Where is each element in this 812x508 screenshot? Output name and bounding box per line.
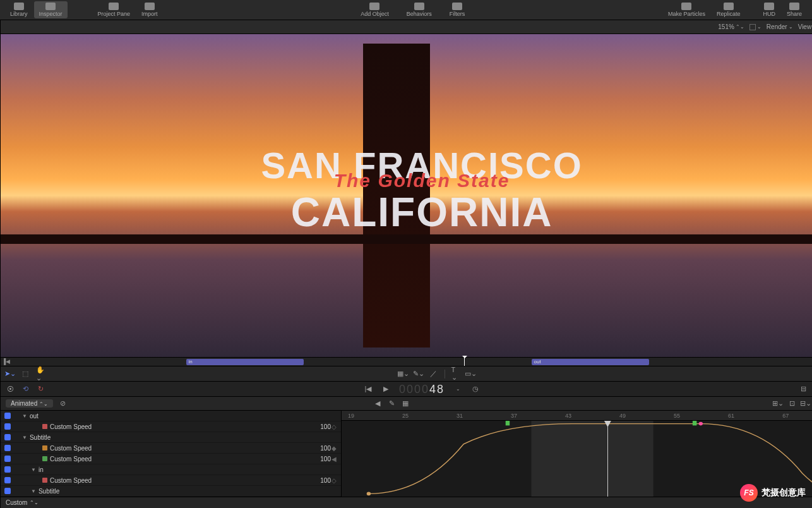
auto-icon[interactable]: ⊡ (787, 399, 796, 408)
timecode-dropdown-icon[interactable]: ⌄ (453, 385, 462, 394)
timeline-row[interactable]: Custom Speed100◀ (1, 454, 341, 464)
playhead[interactable] (607, 421, 608, 497)
clock-icon[interactable]: ◷ (471, 385, 480, 394)
transport-bar: ⦿ ⟲ ↻ |◀ ▶ 000048 ⌄ ◷ ⊟ 🔊 ≡ (1, 381, 812, 396)
timeline-ruler[interactable]: 19253137434955616773 (342, 411, 812, 421)
hand-tool-icon[interactable]: ✋⌄ (36, 370, 45, 378)
svg-rect-4 (693, 421, 696, 425)
svg-point-1 (367, 492, 371, 496)
snap-icon[interactable]: ▦ (401, 399, 410, 408)
replicate-button[interactable]: Replicate (712, 1, 746, 18)
main-toolbar: LibraryInspector Project PaneImport Add … (0, 0, 812, 20)
inspector-button[interactable]: Inspector (34, 1, 68, 18)
canvas-text-2: The Golden State (1, 170, 812, 191)
arrow-tool-icon[interactable]: ➤⌄ (6, 370, 15, 378)
behaviors-button[interactable]: Behaviors (402, 1, 437, 18)
timeline-row[interactable]: Custom Speed100◆ (1, 443, 341, 454)
timecode[interactable]: 000048 (399, 382, 445, 396)
timeline: Animated ⌃⌄ ⊘ ◀ ✎ ▦ ⊞⌄ ⊡ ⊟⌄ 📷 ▶ ▼outCust… (1, 396, 812, 508)
marker-icon[interactable]: ⊟ (799, 385, 808, 394)
canvas-tool-row: ➤⌄ ⬚ ✋⌄ ▦⌄ ✎⌄ ／ T ⌄ ▭⌄ ⛶ (1, 366, 812, 381)
mini-segment-in[interactable]: in (186, 359, 304, 365)
crop-tool-icon[interactable]: ⬚ (21, 370, 30, 378)
timeline-row[interactable]: Custom Speed100◇ (1, 475, 341, 486)
text-tool-icon[interactable]: T ⌄ (451, 370, 460, 378)
mini-segment-out[interactable]: out (532, 359, 650, 365)
library-button[interactable]: Library (5, 1, 33, 18)
viewer-bar: 151%⌃⌄ ⌄ Render⌄ View⌄ ⌄ (1, 20, 812, 34)
svg-rect-0 (531, 421, 653, 497)
fit-icon[interactable]: ⊞⌄ (773, 399, 782, 408)
add-object-button[interactable]: Add Object (355, 1, 394, 18)
view-dropdown[interactable]: View⌄ (798, 23, 812, 30)
timeline-row[interactable]: ▼in (1, 464, 341, 475)
loop-icon[interactable]: ↻ (36, 385, 45, 394)
timeline-footer: Custom⌃⌄ (1, 497, 812, 508)
timeline-row[interactable]: ▼out (1, 411, 341, 421)
record-icon[interactable]: ⦿ (6, 385, 15, 394)
zoom-dropdown[interactable]: 151%⌃⌄ (718, 23, 744, 30)
project-pane-button[interactable]: Project Pane (93, 1, 136, 18)
edit-icon[interactable]: ✎ (387, 399, 396, 408)
mini-playhead[interactable] (464, 358, 465, 366)
pen-icon[interactable]: ✎⌄ (414, 370, 423, 378)
kf-prev-icon[interactable]: ◀ (373, 399, 382, 408)
watermark: FS 梵摄创意库 (740, 484, 806, 502)
prev-frame-icon[interactable]: |◀ (364, 385, 373, 394)
timeline-row[interactable]: ▼Subtitle (1, 486, 341, 497)
svg-rect-3 (506, 421, 510, 425)
timeline-filter[interactable]: Animated ⌃⌄ (6, 399, 53, 408)
filters-button[interactable]: Filters (445, 1, 470, 18)
clear-icon[interactable]: ⊘ (58, 399, 67, 408)
svg-point-2 (699, 422, 703, 426)
import-button[interactable]: Import (136, 1, 163, 18)
timeline-row[interactable]: Custom Speed100◇ (1, 421, 341, 432)
fill-icon[interactable]: ▦⌄ (399, 370, 408, 378)
timeline-row[interactable]: ▼Subtitle (1, 432, 341, 443)
hud-button[interactable]: HUD (758, 1, 780, 18)
canvas-text-3: CALIFORNIA (1, 189, 812, 236)
color-swatch[interactable]: ⌄ (749, 24, 761, 30)
viewer-canvas[interactable]: SAN FRANCISCO The Golden State CALIFORNI… (1, 34, 812, 357)
footer-dropdown[interactable]: Custom (6, 499, 27, 506)
make-particles-button[interactable]: Make Particles (663, 1, 710, 18)
goto-start-icon[interactable]: ▐◀ (2, 358, 10, 365)
mini-timeline[interactable]: ▐◀ in out ▶▌ (1, 357, 812, 366)
play-icon[interactable]: ▶ (381, 385, 390, 394)
mask-icon[interactable]: ▭⌄ (467, 370, 475, 378)
link-icon[interactable]: ⟲ (21, 385, 30, 394)
snap2-icon[interactable]: ⊟⌄ (801, 399, 810, 408)
render-dropdown[interactable]: Render⌄ (767, 23, 793, 30)
brush-icon[interactable]: ／ (429, 370, 438, 378)
share-button[interactable]: Share (782, 1, 807, 18)
